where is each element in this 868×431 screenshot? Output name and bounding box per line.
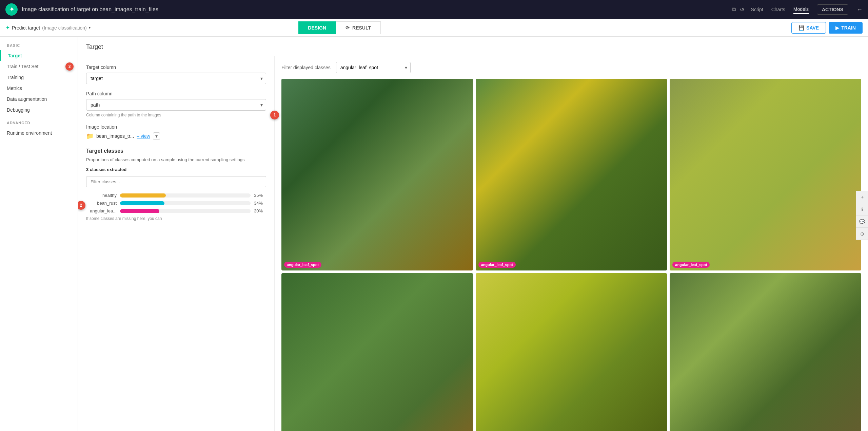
nav-script[interactable]: Script — [751, 5, 763, 14]
content-panel: Target 1 Target column target Path colum… — [78, 37, 868, 431]
side-icon-chat[interactable]: 💬 — [856, 215, 868, 228]
save-icon: 💾 — [798, 25, 804, 31]
classes-desc: Proportions of classes computed on a sam… — [86, 157, 266, 163]
header: ✦ Image classification of target on bean… — [0, 0, 868, 19]
image-cell-4: angular_leaf_spot — [476, 273, 667, 431]
header-icons: ⧉ ↺ — [732, 6, 744, 13]
tab-group: DESIGN ⟳ RESULT — [298, 21, 381, 34]
location-dropdown-arrow[interactable]: ▾ — [153, 132, 160, 140]
page-title: Image classification of target on bean_i… — [22, 6, 728, 13]
path-column-label: Path column — [86, 91, 266, 96]
class-row-angular: angular_lea... 30% — [86, 208, 266, 213]
predict-type: (Image classification) — [42, 25, 87, 31]
refresh-icon[interactable]: ↺ — [740, 6, 744, 13]
class-name-bean-rust: bean_rust — [86, 201, 117, 206]
nav-actions[interactable]: ACTIONS — [817, 4, 848, 15]
predict-dropdown-arrow[interactable]: ▾ — [89, 26, 91, 30]
app-logo[interactable]: ✦ — [5, 3, 18, 16]
panel-body: 1 Target column target Path column path … — [78, 56, 868, 431]
filter-select-wrapper: angular_leaf_spot — [336, 62, 411, 73]
class-pct-bean-rust: 34% — [254, 201, 266, 206]
path-column-select-wrapper: path — [86, 99, 266, 111]
predict-label-group: ✦ Predict target (Image classification) … — [5, 24, 91, 31]
filter-classes-select[interactable]: angular_leaf_spot — [336, 62, 411, 73]
leaf-image-4 — [476, 273, 667, 431]
leaf-image-5 — [670, 273, 861, 431]
image-label-0: angular_leaf_spot — [284, 262, 321, 268]
leaf-image-3 — [281, 273, 473, 431]
badge-3: 3 — [65, 62, 74, 71]
copy-icon[interactable]: ⧉ — [732, 6, 736, 13]
image-grid: angular_leaf_spot angular_leaf_spot angu… — [281, 79, 861, 431]
target-column-select[interactable]: target — [86, 73, 266, 84]
filter-classes-label: Filter displayed classes — [281, 65, 331, 70]
tab-result[interactable]: ⟳ RESULT — [336, 21, 381, 34]
right-side-icons: ＋ ℹ 💬 ⊙ — [856, 191, 868, 240]
class-bar-bg-angular — [120, 209, 251, 213]
path-column-select[interactable]: path — [86, 99, 266, 111]
class-name-angular: angular_lea... — [86, 208, 117, 213]
filter-row: Filter displayed classes angular_leaf_sp… — [281, 62, 861, 73]
path-column-helper: Column containing the path to the images — [86, 113, 266, 117]
image-panel: Filter displayed classes angular_leaf_sp… — [275, 56, 868, 431]
sidebar-item-runtime[interactable]: Runtime environment — [0, 128, 78, 138]
class-row-bean-rust: bean_rust 34% — [86, 201, 266, 206]
leaf-image-1 — [476, 79, 667, 270]
back-button[interactable]: ← — [856, 6, 863, 13]
leaf-image-0 — [281, 79, 473, 270]
side-icon-globe[interactable]: ⊙ — [856, 228, 868, 240]
class-bar-bean-rust — [120, 201, 164, 205]
image-location-row: 📁 bean_images_tr... – view ▾ — [86, 132, 266, 140]
image-label-1: angular_leaf_spot — [478, 262, 516, 268]
image-cell-5: angular_leaf_spot — [670, 273, 861, 431]
class-bar-bg-healthy — [120, 193, 251, 198]
logo-icon: ✦ — [9, 6, 14, 13]
predict-text: Predict target — [12, 25, 40, 31]
folder-icon: 📁 — [86, 132, 94, 140]
section-title: Target — [78, 37, 868, 56]
image-cell-3: angular_leaf_spot — [281, 273, 473, 431]
nav-models[interactable]: Models — [793, 5, 809, 14]
class-row-healthy: healthy 35% — [86, 193, 266, 198]
save-button[interactable]: 💾 SAVE — [791, 22, 826, 34]
target-column-label: Target column — [86, 64, 266, 70]
basic-section-label: BASIC — [0, 43, 78, 50]
class-bar-healthy — [120, 193, 166, 198]
target-classes-title: Target classes — [86, 148, 266, 154]
sidebar-item-metrics[interactable]: Metrics — [0, 83, 78, 94]
view-link[interactable]: – view — [137, 133, 150, 139]
advanced-section-label: ADVANCED — [0, 121, 78, 128]
folder-name: bean_images_tr... — [96, 133, 134, 139]
image-cell-1: angular_leaf_spot — [476, 79, 667, 270]
sidebar-item-train-test-wrapper: Train / Test Set 3 — [0, 61, 78, 72]
sidebar: BASIC Target Train / Test Set 3 Training… — [0, 37, 78, 431]
content-area: Target 1 Target column target Path colum… — [78, 37, 868, 431]
tab-design[interactable]: DESIGN — [298, 21, 336, 34]
filter-classes-input[interactable] — [86, 176, 266, 187]
target-column-select-wrapper: target — [86, 73, 266, 84]
predict-icon: ✦ — [5, 24, 10, 31]
side-icon-info[interactable]: ℹ — [856, 203, 868, 215]
image-cell-2: angular_leaf_spot — [670, 79, 861, 270]
sidebar-item-data-augmentation[interactable]: Data augmentation — [0, 94, 78, 105]
action-buttons: 💾 SAVE ▶ TRAIN — [791, 22, 863, 34]
missing-note: If some classes are missing here, you ca… — [86, 216, 266, 221]
header-nav: Script Charts Models ACTIONS — [751, 4, 848, 15]
sidebar-item-target[interactable]: Target — [0, 50, 78, 61]
classes-count: 3 classes extracted — [86, 167, 266, 172]
image-label-2: angular_leaf_spot — [672, 262, 710, 268]
nav-charts[interactable]: Charts — [771, 5, 785, 14]
result-icon: ⟳ — [346, 25, 350, 31]
sidebar-item-debugging[interactable]: Debugging — [0, 105, 78, 115]
main-layout: BASIC Target Train / Test Set 3 Training… — [0, 37, 868, 431]
class-bar-bg-bean-rust — [120, 201, 251, 205]
annotation-badge-1: 1 — [270, 111, 279, 119]
train-button[interactable]: ▶ TRAIN — [829, 22, 863, 34]
class-name-healthy: healthy — [86, 193, 117, 198]
side-icon-plus[interactable]: ＋ — [856, 191, 868, 203]
train-icon: ▶ — [835, 25, 839, 31]
image-location-label: Image location — [86, 124, 266, 130]
class-pct-angular: 30% — [254, 208, 266, 213]
image-cell-0: angular_leaf_spot — [281, 79, 473, 270]
sidebar-item-training[interactable]: Training — [0, 72, 78, 83]
